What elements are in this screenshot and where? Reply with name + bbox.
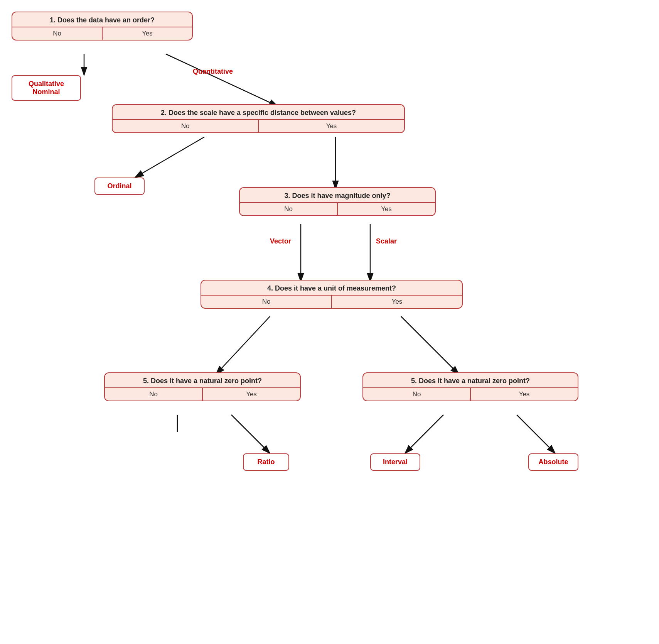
flowchart: 1. Does the data have an order? No Yes Q… [0,0,659,644]
svg-line-10 [517,415,555,453]
scalar-label: Scalar [376,237,397,245]
q5b-yes: Yes [471,388,578,401]
question-3-box: 3. Does it have magnitude only? No Yes [239,187,436,216]
q2-no: No [113,120,259,132]
svg-line-8 [231,415,270,453]
svg-line-6 [216,316,270,374]
question-2-text: 2. Does the scale have a specific distan… [113,105,404,119]
question-4-box: 4. Does it have a unit of measurement? N… [201,280,463,309]
q2-yes: Yes [259,120,404,132]
question-5b-text: 5. Does it have a natural zero point? [363,373,578,387]
question-4-text: 4. Does it have a unit of measurement? [201,281,462,295]
q3-yes: Yes [338,203,435,215]
svg-line-1 [166,54,278,106]
q5a-yes: Yes [203,388,300,401]
svg-line-7 [401,316,459,374]
q3-no: No [240,203,338,215]
q1-no: No [12,27,103,40]
question-5a-box: 5. Does it have a natural zero point? No… [104,372,301,401]
nominal-terminal: Qualitative Nominal [12,75,81,101]
quantitative-label: Quantitative [193,68,233,76]
question-2-box: 2. Does the scale have a specific distan… [112,104,405,133]
q4-yes: Yes [332,296,462,308]
q4-no: No [201,296,332,308]
question-1-text: 1. Does the data have an order? [12,12,192,27]
q5a-no: No [105,388,203,401]
interval-terminal: Interval [370,453,420,471]
q1-yes: Yes [103,27,192,40]
ordinal-terminal: Ordinal [94,177,145,195]
question-5b-box: 5. Does it have a natural zero point? No… [362,372,578,401]
question-1-box: 1. Does the data have an order? No Yes [12,12,193,41]
svg-line-2 [135,137,204,177]
question-3-text: 3. Does it have magnitude only? [240,188,435,202]
question-5a-text: 5. Does it have a natural zero point? [105,373,300,387]
ratio-terminal: Ratio [243,453,289,471]
q5b-no: No [363,388,471,401]
vector-label: Vector [270,237,291,245]
absolute-terminal: Absolute [528,453,578,471]
svg-line-9 [405,415,443,453]
